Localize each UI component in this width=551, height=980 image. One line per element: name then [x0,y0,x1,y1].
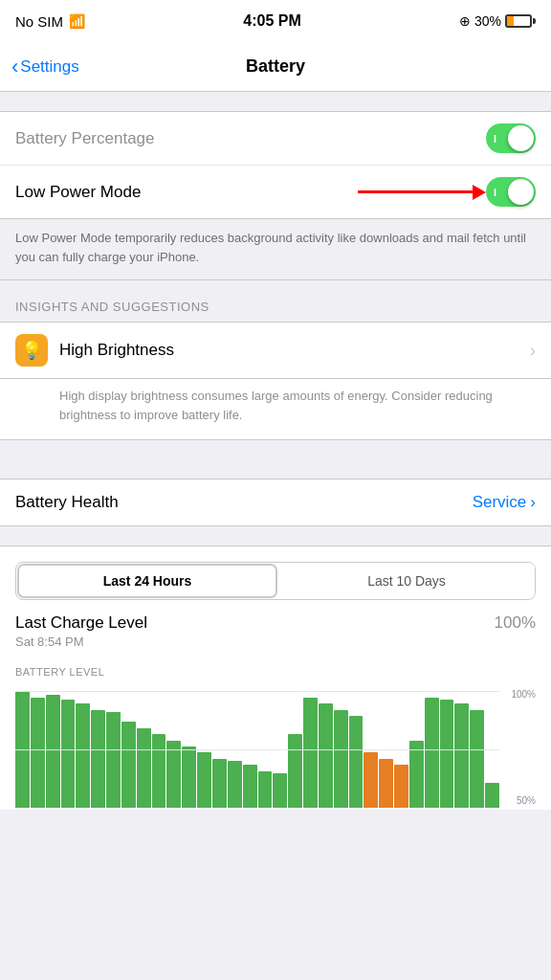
battery-health-label: Battery Health [15,493,119,512]
tab-section: Last 24 Hours Last 10 Days [0,546,551,600]
battery-percentage-row: Battery Percentage I [0,112,551,166]
chart-bar [228,761,242,808]
chart-bar [15,691,30,808]
chart-bar [91,710,105,808]
chart-bar [349,716,364,808]
chart-bar [379,759,393,808]
battery-health-action[interactable]: Service › [473,493,536,512]
time-tab-bar: Last 24 Hours Last 10 Days [15,562,536,600]
insight-description: High display brightness consumes large a… [0,379,551,440]
status-left: No SIM 📶 [15,13,85,30]
battery-level-section: BATTERY LEVEL 100% 50% [0,655,551,810]
chart-bar [485,783,499,808]
insights-section-header: INSIGHTS AND SUGGESTIONS [0,280,551,322]
chart-bar [319,703,333,808]
y-label-100: 100% [501,689,536,700]
battery-level-header: BATTERY LEVEL [15,655,536,685]
wifi-icon: 📶 [69,13,85,29]
insight-brightness-row[interactable]: 💡 High Brightness › [0,322,551,379]
spacer-mid [0,440,551,459]
tab-last-24-hours[interactable]: Last 24 Hours [17,564,277,598]
chart-bar [409,741,424,808]
battery-percent: 30% [474,13,501,29]
tab-last-10-days[interactable]: Last 10 Days [278,563,535,599]
lock-icon: ⊕ [459,13,471,29]
spacer-top [0,92,551,111]
chart-bar [61,700,76,808]
charge-info-row: Last Charge Level Sat 8:54 PM 100% [15,613,536,649]
chart-bar [303,698,318,808]
chart-bar [454,703,469,808]
chart-bar [106,712,121,808]
chart-bar [121,722,136,808]
chart-bar [258,771,273,808]
chart-bar [243,765,257,808]
red-arrow-annotation [358,185,486,200]
battery-health-action-label: Service [473,493,527,512]
charge-info-left: Last Charge Level Sat 8:54 PM [15,613,147,649]
charge-sublabel: Sat 8:54 PM [15,635,147,649]
low-power-mode-toggle[interactable]: I [486,177,536,207]
lightbulb-icon: 💡 [21,340,42,361]
chart-bar [394,765,408,808]
chart-bar [76,703,90,808]
arrow-line [358,190,473,193]
status-bar: No SIM 📶 4:05 PM ⊕ 30% [0,0,551,42]
chart-bar [212,759,227,808]
battery-percentage-label: Battery Percentage [15,129,155,148]
back-chevron-icon: ‹ [11,56,18,78]
chevron-right-icon: › [530,341,536,361]
battery-health-row[interactable]: Battery Health Service › [0,479,551,526]
y-label-50: 50% [501,795,536,806]
chart-bar [152,734,166,808]
carrier-label: No SIM [15,13,63,30]
insight-icon-wrap: 💡 [15,334,48,367]
low-power-mode-row: Low Power Mode I [0,166,551,218]
page-title: Battery [246,56,305,77]
battery-percentage-toggle[interactable]: I [486,123,536,153]
back-label: Settings [20,57,78,77]
chart-bar [46,695,60,808]
battery-health-chevron-icon: › [530,493,536,512]
chart-bar [334,710,348,808]
arrow-head [473,185,486,200]
toggle-i-icon: I [494,133,496,145]
status-right: ⊕ 30% [459,13,536,29]
chart-bar [470,710,484,808]
clock: 4:05 PM [243,12,300,30]
chart-bar [273,773,287,808]
charge-info-section: Last Charge Level Sat 8:54 PM 100% [0,600,551,655]
chart-bar [364,752,378,808]
insight-label: High Brightness [59,341,530,360]
toggle-i-icon-lpm: I [494,187,496,198]
charge-label: Last Charge Level [15,613,147,633]
spacer-tabs [0,526,551,546]
chart-bar [440,700,454,808]
chart-bar [31,698,45,808]
chart-bar [288,734,302,808]
chart-bar [425,698,439,808]
low-power-mode-label: Low Power Mode [15,183,141,202]
chart-bar [182,746,196,808]
low-power-mode-description: Low Power Mode temporarily reduces backg… [0,219,551,280]
charge-value: 100% [495,613,536,633]
settings-group-battery: Battery Percentage I Low Power Mode I [0,111,551,219]
chart-bar [137,728,151,808]
back-button[interactable]: ‹ Settings [11,56,79,78]
chart-bar [166,741,181,808]
toggle-knob-lpm [508,179,534,205]
battery-icon [505,14,536,28]
chart-y-labels: 100% 50% [501,685,536,810]
battery-chart: 100% 50% [15,685,536,810]
toggle-knob [508,125,534,151]
nav-bar: ‹ Settings Battery [0,42,551,92]
chart-bar [197,752,211,808]
chart-bars [15,685,499,810]
